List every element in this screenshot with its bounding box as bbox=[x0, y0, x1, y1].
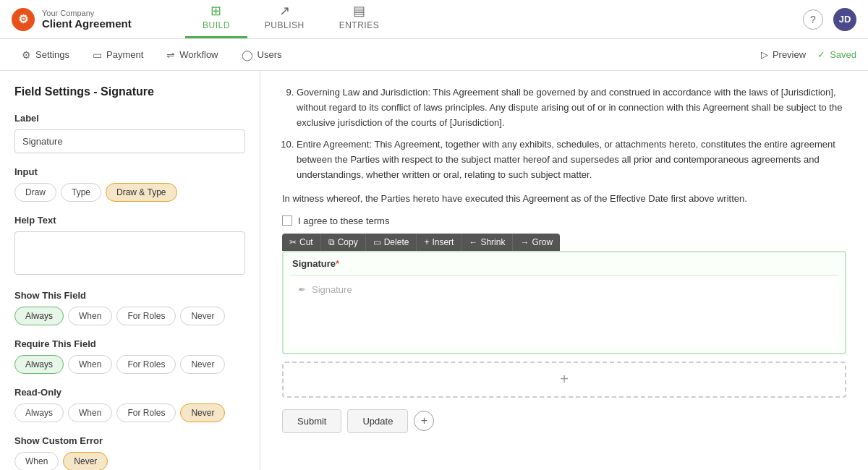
readonly-never-btn[interactable]: Never bbox=[180, 403, 225, 422]
saved-check-icon: ✓ bbox=[817, 49, 825, 60]
witness-text: In witness whereof, the Parties hereto h… bbox=[282, 192, 846, 207]
input-type-btn[interactable]: Type bbox=[61, 183, 101, 202]
custom-error-toggle-group: When Never bbox=[14, 452, 245, 470]
readonly-toggle-group: Always When For Roles Never bbox=[14, 403, 245, 422]
custom-error-never-btn[interactable]: Never bbox=[63, 452, 108, 470]
toolbar-copy-btn[interactable]: ⧉ Copy bbox=[321, 234, 366, 251]
signature-field-header: Signature* bbox=[284, 252, 845, 275]
tab-publish[interactable]: ↗ PUBLISH bbox=[247, 0, 322, 38]
copy-icon: ⧉ bbox=[328, 237, 335, 247]
help-text-field-group: Help Text bbox=[14, 215, 245, 277]
require-forroles-btn[interactable]: For Roles bbox=[116, 355, 176, 374]
custom-error-field-group: Show Custom Error When Never bbox=[14, 435, 245, 470]
agreement-text: Governing Law and Jurisdiction: This Agr… bbox=[282, 85, 846, 207]
require-field-group: Require This Field Always When For Roles… bbox=[14, 338, 245, 374]
saved-label: Saved bbox=[830, 49, 856, 60]
custom-error-label: Show Custom Error bbox=[14, 435, 245, 446]
add-button[interactable]: + bbox=[414, 411, 434, 431]
require-toggle-group: Always When For Roles Never bbox=[14, 355, 245, 374]
secondary-nav: ⚙ Settings ▭ Payment ⇌ Workflow ◯ Users … bbox=[0, 39, 868, 71]
update-button[interactable]: Update bbox=[347, 409, 408, 433]
show-when-btn[interactable]: When bbox=[68, 307, 112, 325]
preview-icon: ▷ bbox=[761, 49, 768, 60]
nav-right-actions: ▷ Preview ✓ Saved bbox=[761, 49, 856, 60]
settings-label: Settings bbox=[35, 49, 69, 60]
readonly-forroles-btn[interactable]: For Roles bbox=[116, 403, 176, 422]
company-name: Your Company bbox=[42, 9, 132, 17]
settings-icon: ⚙ bbox=[22, 49, 31, 61]
sidebar-item-users[interactable]: ◯ Users bbox=[231, 45, 292, 65]
toolbar-cut-btn[interactable]: ✂ Cut bbox=[282, 234, 321, 251]
tab-entries[interactable]: ▤ ENTRIES bbox=[322, 0, 397, 38]
toolbar-shrink-btn[interactable]: ← Shrink bbox=[461, 234, 513, 251]
agree-label: I agree to these terms bbox=[298, 215, 389, 226]
tab-publish-label: PUBLISH bbox=[265, 20, 305, 30]
insert-icon: + bbox=[424, 237, 429, 247]
tab-build-label: BUILD bbox=[203, 20, 230, 30]
app-header: ⚙ Your Company Client Agreement ⊞ BUILD … bbox=[0, 0, 868, 39]
input-draw-type-btn[interactable]: Draw & Type bbox=[106, 183, 176, 202]
agreement-item-10: Entire Agreement: This Agreement, togeth… bbox=[297, 137, 846, 182]
signature-draw-area[interactable]: ✒ Signature bbox=[289, 275, 839, 347]
avatar[interactable]: JD bbox=[833, 8, 856, 31]
logo-icon: ⚙ bbox=[12, 8, 35, 31]
signature-label: Signature bbox=[292, 258, 336, 269]
help-icon: ? bbox=[810, 14, 816, 25]
toolbar-insert-btn[interactable]: + Insert bbox=[417, 234, 461, 251]
form-content-area: Governing Law and Jurisdiction: This Agr… bbox=[260, 71, 868, 470]
require-field-label: Require This Field bbox=[14, 338, 245, 349]
main-layout: Field Settings - Signature Label Input D… bbox=[0, 71, 868, 470]
require-when-btn[interactable]: When bbox=[68, 355, 112, 374]
field-toolbar: ✂ Cut ⧉ Copy ▭ Delete + Insert ← Shrin bbox=[282, 234, 560, 251]
help-button[interactable]: ? bbox=[803, 9, 823, 30]
input-draw-btn[interactable]: Draw bbox=[14, 183, 56, 202]
field-settings-panel: Field Settings - Signature Label Input D… bbox=[0, 71, 260, 470]
show-forroles-btn[interactable]: For Roles bbox=[116, 307, 176, 325]
payment-label: Payment bbox=[106, 49, 143, 60]
tab-build[interactable]: ⊞ BUILD bbox=[185, 0, 247, 38]
add-field-icon: + bbox=[560, 371, 569, 388]
preview-button[interactable]: ▷ Preview bbox=[761, 49, 806, 60]
cut-icon: ✂ bbox=[289, 237, 297, 247]
workflow-icon: ⇌ bbox=[166, 49, 175, 61]
shrink-icon: ← bbox=[469, 237, 477, 247]
users-label: Users bbox=[258, 49, 282, 60]
readonly-when-btn[interactable]: When bbox=[68, 403, 112, 422]
readonly-label: Read-Only bbox=[14, 387, 245, 398]
signature-field-wrapper: Signature* ✒ Signature bbox=[282, 251, 846, 354]
submit-button[interactable]: Submit bbox=[282, 409, 341, 433]
grow-icon: → bbox=[520, 237, 529, 247]
require-never-btn[interactable]: Never bbox=[180, 355, 225, 374]
agree-checkbox[interactable] bbox=[282, 215, 292, 226]
input-field-group: Input Draw Type Draw & Type bbox=[14, 166, 245, 202]
show-never-btn[interactable]: Never bbox=[180, 307, 225, 325]
agree-checkbox-row: I agree to these terms bbox=[282, 215, 846, 226]
form-canvas: Governing Law and Jurisdiction: This Agr… bbox=[260, 71, 868, 470]
readonly-always-btn[interactable]: Always bbox=[14, 403, 64, 422]
logo-area: ⚙ Your Company Client Agreement bbox=[12, 8, 171, 31]
toolbar-grow-btn[interactable]: → Grow bbox=[513, 234, 560, 251]
help-text-input[interactable] bbox=[14, 231, 245, 275]
build-icon: ⊞ bbox=[210, 3, 222, 19]
sidebar-item-payment[interactable]: ▭ Payment bbox=[82, 45, 153, 65]
add-icon: + bbox=[421, 414, 427, 427]
toolbar-delete-btn[interactable]: ▭ Delete bbox=[366, 234, 417, 251]
sidebar-item-settings[interactable]: ⚙ Settings bbox=[12, 45, 80, 65]
input-toggle-group: Draw Type Draw & Type bbox=[14, 183, 245, 202]
show-toggle-group: Always When For Roles Never bbox=[14, 307, 245, 325]
agreement-item-9: Governing Law and Jurisdiction: This Agr… bbox=[297, 85, 846, 130]
show-field-label: Show This Field bbox=[14, 290, 245, 301]
sidebar-item-workflow[interactable]: ⇌ Workflow bbox=[156, 45, 228, 65]
custom-error-when-btn[interactable]: When bbox=[14, 452, 59, 470]
show-always-btn[interactable]: Always bbox=[14, 307, 64, 325]
signature-placeholder-text: Signature bbox=[312, 284, 352, 295]
signature-placeholder: ✒ Signature bbox=[289, 275, 839, 304]
header-right: ? JD bbox=[803, 8, 856, 31]
publish-icon: ↗ bbox=[279, 3, 291, 19]
label-input[interactable] bbox=[14, 129, 245, 153]
signature-pen-icon: ✒ bbox=[298, 284, 306, 295]
require-always-btn[interactable]: Always bbox=[14, 355, 64, 374]
tab-entries-label: ENTRIES bbox=[339, 20, 380, 30]
add-field-button[interactable]: + bbox=[282, 362, 846, 398]
main-nav: ⊞ BUILD ↗ PUBLISH ▤ ENTRIES bbox=[185, 0, 396, 38]
